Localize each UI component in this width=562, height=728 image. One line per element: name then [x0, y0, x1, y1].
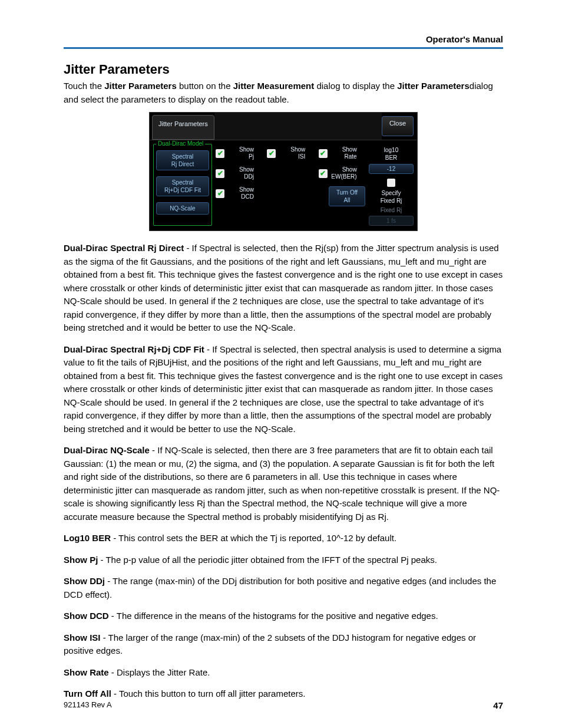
para-text: - If Spectral is selected, then spectral…: [64, 344, 503, 434]
intro-text: dialog to display the: [314, 81, 397, 91]
checkmark-icon: ✔: [216, 149, 224, 158]
intro-text: Touch the: [64, 81, 104, 91]
para-show-isi: Show ISI - The larger of the range (max-…: [64, 631, 503, 658]
para-heading: Turn Off All: [64, 689, 111, 699]
intro-bold3: Jitter Parameters: [397, 81, 470, 91]
show-rate-checkbox[interactable]: ✔ShowRate: [319, 146, 365, 160]
checkmark-icon: ✔: [319, 169, 328, 178]
para-text: - Touch this button to turn off all jitt…: [111, 689, 306, 699]
spectral-rj-direct-button[interactable]: SpectralRj Direct: [156, 150, 209, 170]
log10-ber-label: log10BER: [369, 146, 414, 162]
intro-paragraph: Touch the Jitter Parameters button on th…: [64, 80, 503, 106]
page-number: 47: [493, 700, 503, 710]
para-show-ddj: Show DDj - The range (max-min) of the DD…: [64, 575, 503, 601]
dual-dirac-model-legend: Dual-Dirac Model: [156, 140, 205, 147]
header-right: Operator's Manual: [64, 34, 503, 49]
show-pj-label: ShowPj: [227, 146, 254, 160]
show-dcd-checkbox[interactable]: ✔ShowDCD: [216, 186, 262, 200]
dialog-screenshot: Jitter Parameters Close Dual-Dirac Model…: [64, 112, 503, 231]
close-button[interactable]: Close: [382, 116, 414, 136]
para-text: - The larger of the range (max-min) of t…: [64, 633, 476, 656]
checkmark-icon: ✔: [216, 189, 224, 198]
para-heading: Log10 BER: [64, 533, 111, 543]
dual-dirac-model-group: Dual-Dirac Model SpectralRj Direct Spect…: [153, 144, 212, 226]
specify-fixed-rj-label: SpecifyFixed Rj: [369, 189, 414, 205]
para-heading: Show Rate: [64, 667, 109, 677]
para-text: - The difference in the means of the his…: [109, 611, 438, 621]
para-show-dcd: Show DCD - The difference in the means o…: [64, 610, 503, 623]
nq-scale-button[interactable]: NQ-Scale: [156, 202, 209, 215]
para-text: - This control sets the BER at which the…: [111, 533, 396, 543]
para-dual-dirac-rj-dj-cdf: Dual-Dirac Spectral Rj+Dj CDF Fit - If S…: [64, 343, 503, 436]
show-ddj-label: ShowDDj: [227, 166, 254, 180]
para-text: - If NQ-Scale is selected, then there ar…: [64, 445, 500, 522]
show-dcd-label: ShowDCD: [227, 186, 254, 200]
log10-ber-value[interactable]: -12: [369, 164, 414, 174]
intro-text: button on the: [177, 81, 233, 91]
page-title: Jitter Parameters: [64, 62, 503, 77]
para-text: - The p-p value of all the periodic jitt…: [98, 555, 437, 565]
para-heading: Dual-Dirac Spectral Rj+Dj CDF Fit: [64, 344, 204, 354]
doc-number: 921143 Rev A: [64, 700, 112, 710]
page-footer: 921143 Rev A 47: [64, 700, 503, 710]
para-heading: Show DCD: [64, 611, 109, 621]
para-text: - The range (max-min) of the DDj distrib…: [64, 576, 496, 599]
para-show-rate: Show Rate - Displays the Jitter Rate.: [64, 666, 503, 680]
para-text: - If Spectral is selected, then the Rj(s…: [64, 243, 503, 332]
spectral-rj-dj-cdf-fit-button[interactable]: SpectralRj+Dj CDF Fit: [156, 176, 209, 196]
show-pj-checkbox[interactable]: ✔ShowPj: [216, 146, 262, 160]
dialog-tab[interactable]: Jitter Parameters: [152, 115, 214, 140]
para-heading: Show Pj: [64, 555, 98, 565]
para-turn-off-all: Turn Off All - Touch this button to turn…: [64, 687, 503, 701]
para-dual-dirac-nq-scale: Dual-Dirac NQ-Scale - If NQ-Scale is sel…: [64, 444, 503, 523]
para-show-pj: Show Pj - The p-p value of all the perio…: [64, 554, 503, 567]
show-ew-ber-label: ShowEW(BER): [330, 166, 357, 180]
para-heading: Dual-Dirac Spectral Rj Direct: [64, 243, 184, 253]
specify-fixed-rj-checkbox[interactable]: [387, 179, 395, 187]
turn-off-all-button[interactable]: Turn OffAll: [329, 186, 365, 206]
para-heading: Show DDj: [64, 576, 105, 586]
checkmark-icon: ✔: [267, 149, 276, 158]
fixed-rj-value: 1 fs: [369, 216, 414, 226]
para-log10-ber: Log10 BER - This control sets the BER at…: [64, 532, 503, 545]
para-dual-dirac-rj-direct: Dual-Dirac Spectral Rj Direct - If Spect…: [64, 242, 503, 335]
fixed-rj-label: Fixed Rj: [369, 207, 414, 213]
show-rate-label: ShowRate: [330, 146, 357, 160]
show-ew-ber-checkbox[interactable]: ✔ShowEW(BER): [319, 166, 365, 180]
checkmark-icon: ✔: [319, 149, 328, 158]
intro-bold1: Jitter Parameters: [104, 81, 177, 91]
dialog-titlebar: Jitter Parameters Close: [150, 113, 417, 140]
checkmark-icon: ✔: [216, 169, 224, 178]
para-heading: Show ISI: [64, 633, 101, 643]
para-text: - Displays the Jitter Rate.: [109, 667, 210, 677]
para-heading: Dual-Dirac NQ-Scale: [64, 445, 150, 455]
intro-bold2: Jitter Measurement: [233, 81, 315, 91]
show-isi-label: ShowISI: [278, 146, 305, 160]
show-isi-checkbox[interactable]: ✔ShowISI: [267, 146, 313, 160]
show-ddj-checkbox[interactable]: ✔ShowDDj: [216, 166, 262, 180]
